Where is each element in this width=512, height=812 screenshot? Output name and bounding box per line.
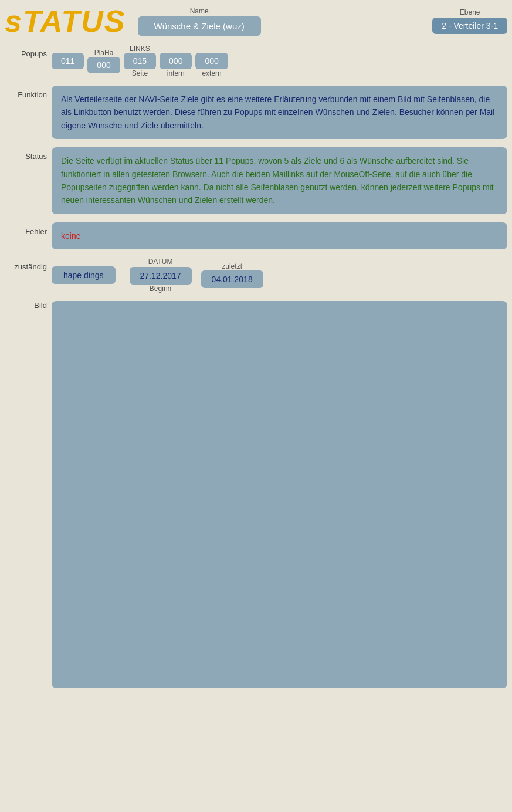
extern-block: 000 extern — [195, 45, 228, 77]
status-title: sTATUS — [5, 6, 126, 36]
zustandig-row: zuständig hape dings DATUM 27.12.2017 Be… — [5, 258, 507, 293]
plaha-value: 000 — [87, 57, 120, 73]
plaha-block: PlaHa 000 — [87, 49, 120, 73]
zuletzt-label: zuletzt — [222, 262, 242, 270]
status-content: Die Seite verfügt im aktuellen Status üb… — [52, 147, 507, 214]
extern-value: 000 — [195, 53, 228, 69]
intern-label: intern — [167, 69, 185, 77]
datum-label: DATUM — [148, 258, 173, 266]
seite-block: LINKS 015 Seite — [124, 45, 156, 77]
bild-row: Bild — [5, 301, 507, 688]
zustandig-inner: hape dings DATUM 27.12.2017 Beginn zulet… — [52, 258, 507, 293]
zuletzt-block: zuletzt 04.01.2018 — [201, 262, 263, 288]
zustandig-label: zuständig — [5, 258, 52, 271]
funktion-label: Funktion — [5, 86, 52, 99]
popups-label: Popups — [5, 45, 52, 58]
ebene-label: Ebene — [460, 8, 480, 16]
status-label: Status — [5, 147, 52, 161]
zustandig-name: hape dings — [52, 266, 116, 284]
extern-label: extern — [202, 69, 221, 77]
zuletzt-value: 04.01.2018 — [201, 270, 263, 288]
name-value: Wünsche & Ziele (wuz) — [138, 16, 261, 36]
name-label: Name — [190, 7, 209, 15]
name-block: Name Wünsche & Ziele (wuz) — [138, 7, 261, 36]
popups-value-block: 011 — [52, 53, 84, 69]
popups-inner: 011 PlaHa 000 LINKS 015 Seite 000 intern — [52, 45, 507, 77]
funktion-content: Als Verteilerseite der NAVI-Seite Ziele … — [52, 86, 507, 139]
bild-image — [52, 301, 507, 688]
funktion-text: Als Verteilerseite der NAVI-Seite Ziele … — [52, 86, 507, 139]
zustandig-content: hape dings DATUM 27.12.2017 Beginn zulet… — [52, 258, 507, 293]
fehler-label: Fehler — [5, 222, 52, 236]
links-label: LINKS — [130, 45, 150, 53]
extern-label-top — [211, 45, 212, 53]
status-row: Status Die Seite verfügt im aktuellen St… — [5, 147, 507, 214]
fehler-text: keine — [52, 222, 507, 249]
beginn-value: 27.12.2017 — [130, 267, 192, 285]
ebene-value: 2 - Verteiler 3-1 — [432, 18, 507, 34]
beginn-block: DATUM 27.12.2017 Beginn — [130, 258, 192, 293]
popups-row: Popups 011 PlaHa 000 LINKS 015 Seite 000 — [5, 45, 507, 77]
fehler-content: keine — [52, 222, 507, 249]
bild-label: Bild — [5, 301, 52, 310]
seite-label: Seite — [132, 69, 148, 77]
bild-content — [52, 301, 507, 688]
plaha-label: PlaHa — [94, 49, 114, 57]
header: sTATUS Name Wünsche & Ziele (wuz) Ebene … — [5, 6, 507, 36]
funktion-row: Funktion Als Verteilerseite der NAVI-Sei… — [5, 86, 507, 139]
intern-label-top — [175, 45, 177, 53]
beginn-label: Beginn — [150, 285, 171, 293]
fehler-row: Fehler keine — [5, 222, 507, 249]
popups-content: 011 PlaHa 000 LINKS 015 Seite 000 intern — [52, 45, 507, 77]
intern-value: 000 — [160, 53, 192, 69]
seite-value: 015 — [124, 53, 156, 69]
intern-block: 000 intern — [160, 45, 192, 77]
popups-value: 011 — [52, 53, 84, 69]
ebene-block: Ebene 2 - Verteiler 3-1 — [432, 8, 507, 34]
status-text: Die Seite verfügt im aktuellen Status üb… — [52, 147, 507, 214]
